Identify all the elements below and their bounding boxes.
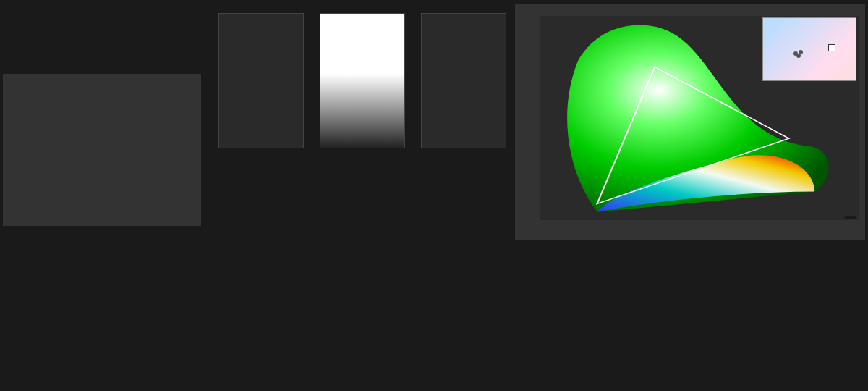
rgb-triplet-label: [845, 216, 856, 219]
cie-inset: [762, 17, 856, 81]
deltah-chart: [412, 6, 506, 154]
deltal-chart: [210, 6, 304, 154]
readings-table: [161, 248, 868, 390]
swatch-grid: [205, 165, 509, 243]
de2000-bar-chart: [1, 74, 203, 244]
cie-1931-diagram: [515, 4, 865, 240]
deltac-chart: [311, 6, 405, 154]
